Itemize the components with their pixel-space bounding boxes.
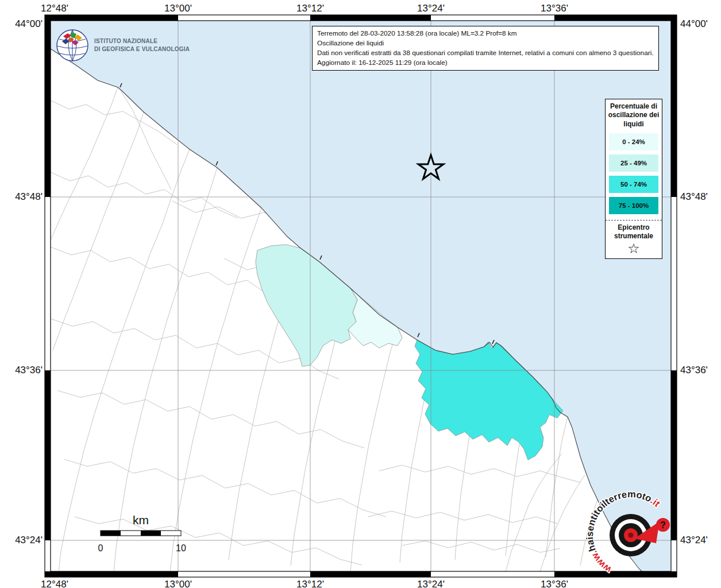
event-effect: Oscillazione dei liquidi <box>317 38 654 48</box>
lon-label-bottom: 13°36' <box>541 578 568 588</box>
lon-label-bottom: 13°00' <box>164 578 192 588</box>
lat-label-right: 43°48' <box>680 191 708 203</box>
lat-label-left: 43°48' <box>0 191 43 203</box>
lon-label-top: 12°48' <box>41 2 68 14</box>
lon-label-top: 13°12' <box>296 2 324 14</box>
legend-swatch-50-74: 50 - 74% <box>609 176 658 193</box>
event-data-note: Dati non verificati estratti da 38 quest… <box>317 48 654 58</box>
legend-swatch-0-24: 0 - 24% <box>609 133 658 150</box>
felt-report-map-page: { "axes": { "top": ["12°48'", "13°00'", … <box>0 0 721 588</box>
lon-label-top: 13°24' <box>417 2 445 14</box>
scale-bar-end: 10 <box>176 543 186 553</box>
ingv-globe-icon <box>56 29 89 62</box>
lat-label-left: 44°00' <box>0 18 43 30</box>
legend-swatch-75-100: 75 - 100% <box>609 197 658 214</box>
lon-label-bottom: 12°48' <box>41 578 68 588</box>
event-info-box: Terremoto del 28-03-2020 13:58:28 (ora l… <box>312 26 659 71</box>
scale-bar-start: 0 <box>98 543 103 553</box>
event-title: Terremoto del 28-03-2020 13:58:28 (ora l… <box>317 29 654 38</box>
ingv-name-line2: DI GEOFISICA E VULCANOLOGIA <box>94 45 190 53</box>
question-mark: ? <box>660 520 666 530</box>
legend-epicenter-section: Epicentro strumentale ☆ <box>606 220 662 258</box>
scale-bar-unit: km <box>133 513 149 527</box>
lon-label-bottom: 13°12' <box>296 578 324 588</box>
legend-star-icon: ☆ <box>606 241 662 257</box>
lat-label-right: 43°36' <box>680 364 708 376</box>
lat-label-left: 43°36' <box>0 364 43 376</box>
legend-title: Percentuale di oscillazione dei liquidi <box>606 99 662 129</box>
watermark-www: www. <box>588 550 614 576</box>
lon-label-top: 13°36' <box>541 2 568 14</box>
lon-label-top: 13°00' <box>164 2 192 14</box>
ingv-logo: ISTITUTO NAZIONALE DI GEOFISICA E VULCAN… <box>56 29 190 62</box>
lat-label-left: 43°24' <box>0 534 43 546</box>
haisentitoilterremoto-watermark: ? www.haisentitoilterremoto.it <box>579 483 688 588</box>
legend-epicenter-line1: Epicentro <box>606 223 662 232</box>
lat-label-right: 44°00' <box>680 18 708 30</box>
lon-label-bottom: 13°24' <box>417 578 445 588</box>
event-updated-at: Aggiornato il: 16-12-2025 11:29 (ora loc… <box>317 58 654 68</box>
legend: Percentuale di oscillazione dei liquidi … <box>605 99 662 259</box>
legend-epicenter-line2: strumentale <box>606 232 662 241</box>
legend-swatch-25-49: 25 - 49% <box>609 154 658 172</box>
ingv-name-line1: ISTITUTO NAZIONALE <box>94 37 190 45</box>
